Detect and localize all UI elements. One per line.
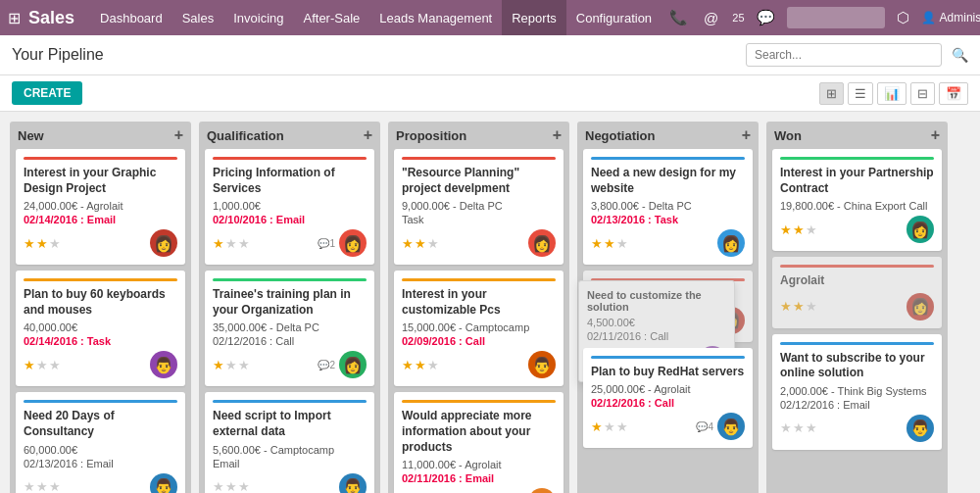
user-menu[interactable]: 👤 Administrator ▼ (921, 11, 980, 25)
chart-view-btn[interactable]: 📊 (877, 82, 906, 105)
star-icon[interactable]: ★ (238, 479, 250, 493)
star-icon[interactable]: ★ (225, 236, 237, 251)
star-icon[interactable]: ★ (225, 479, 237, 493)
star-icon[interactable]: ★ (806, 299, 817, 314)
card-amount: 11,000.00€ - Agrolait (402, 459, 556, 470)
star-icon[interactable]: ★ (213, 236, 224, 251)
kanban-card[interactable]: Plan to buy 60 keyboards and mouses40,00… (16, 271, 185, 386)
kanban-card[interactable]: Plan to buy RedHat servers25,000.00€ - A… (583, 348, 753, 449)
star-icon[interactable]: ★ (238, 236, 250, 251)
card-avatar: 👩 (339, 351, 367, 378)
nav-aftersale[interactable]: After-Sale (294, 0, 370, 35)
kanban-card[interactable]: Pricing Information of Services1,000.00€… (205, 149, 374, 265)
grid-view-btn[interactable]: ⊟ (910, 82, 935, 105)
star-icon[interactable]: ★ (780, 420, 792, 435)
col-add-btn-qualification[interactable]: + (364, 127, 372, 143)
search-input[interactable] (746, 43, 942, 67)
star-icon[interactable]: ★ (604, 419, 615, 434)
kanban-card[interactable]: Agrolait★★★👩 (772, 257, 942, 328)
star-icon[interactable]: ★ (591, 236, 603, 251)
phone-icon[interactable]: 📞 (665, 9, 692, 26)
star-icon[interactable]: ★ (36, 479, 48, 493)
star-icon[interactable]: ★ (24, 236, 35, 251)
card-date: 02/10/2016 : Email (213, 214, 367, 225)
at-icon[interactable]: @ (700, 10, 722, 26)
kanban-card[interactable]: "Resource Planning" project develpment9,… (394, 149, 564, 265)
nav-sales[interactable]: Sales (172, 0, 224, 35)
nav-configuration[interactable]: Configuration (566, 0, 662, 35)
kanban-card[interactable]: Interest in your customizable Pcs15,000.… (394, 271, 564, 386)
star-icon[interactable]: ★ (427, 236, 439, 251)
chat-icon[interactable]: 💬 (753, 9, 779, 26)
star-icon[interactable]: ★ (415, 358, 426, 372)
card-title: Need script to Import external data (213, 409, 367, 439)
col-add-btn-new[interactable]: + (174, 127, 183, 143)
nav-dashboard[interactable]: Dashboard (90, 0, 172, 35)
kanban-card[interactable]: Interest in your Partnership Contract19,… (772, 149, 942, 251)
star-icon[interactable]: ★ (806, 420, 817, 435)
kanban-card[interactable]: Trainee's training plan in your Organiza… (205, 271, 374, 386)
star-icon[interactable]: ★ (806, 222, 817, 237)
star-icon[interactable]: ★ (616, 419, 628, 434)
card-amount: 9,000.00€ - Delta PC (402, 200, 556, 212)
star-icon[interactable]: ★ (213, 479, 224, 493)
star-icon[interactable]: ★ (36, 236, 48, 251)
kanban-card[interactable]: Interest in your Graphic Design Project2… (16, 149, 185, 265)
star-icon[interactable]: ★ (36, 358, 48, 372)
calendar-view-btn[interactable]: 📅 (939, 82, 968, 105)
kanban-card[interactable]: Would appreciate more information about … (394, 392, 564, 493)
col-header-won: Won+ (766, 122, 948, 149)
card-color-bar (24, 278, 177, 281)
star-icon[interactable]: ★ (225, 358, 237, 372)
star-icon[interactable]: ★ (238, 358, 250, 372)
star-icon[interactable]: ★ (604, 236, 615, 251)
apps-icon[interactable]: ⊞ (8, 9, 21, 27)
star-icon[interactable]: ★ (591, 419, 603, 434)
col-add-btn-won[interactable]: + (931, 127, 940, 143)
nav-reports[interactable]: Reports (502, 0, 566, 35)
star-icon[interactable]: ★ (49, 236, 61, 251)
star-icon[interactable]: ★ (49, 358, 61, 372)
star-icon[interactable]: ★ (213, 358, 224, 372)
card-color-bar (213, 157, 367, 160)
card-stars: ★★★ (24, 236, 61, 251)
star-icon[interactable]: ★ (49, 479, 61, 493)
star-icon[interactable]: ★ (24, 358, 35, 372)
star-icon[interactable]: ★ (402, 236, 414, 251)
star-icon[interactable]: ★ (427, 358, 439, 372)
card-amount: 40,000.00€ (24, 321, 177, 333)
card-footer: ★★★👩 (780, 293, 934, 320)
star-icon[interactable]: ★ (24, 479, 35, 493)
kanban-card[interactable]: Need 20 Days of Consultancy60,000.00€02/… (16, 392, 185, 493)
col-title-new: New (18, 128, 44, 143)
star-icon[interactable]: ★ (415, 236, 426, 251)
list-view-btn[interactable]: ☰ (848, 82, 873, 105)
view-switcher: ⊞ ☰ 📊 ⊟ 📅 (819, 82, 968, 105)
nav-search[interactable] (787, 7, 885, 28)
signin-icon[interactable]: ⬡ (893, 9, 913, 26)
card-stars: ★★★ (591, 419, 628, 434)
star-icon[interactable]: ★ (780, 299, 792, 314)
nav-leads[interactable]: Leads Management (369, 0, 502, 35)
kanban-card[interactable]: Need script to Import external data5,600… (205, 392, 374, 493)
kanban-card[interactable]: Need a new design for my website3,800.00… (583, 149, 753, 265)
kanban-card[interactable]: Want to subscribe to your online solutio… (772, 334, 942, 450)
col-add-btn-negotiation[interactable]: + (742, 127, 751, 143)
star-icon[interactable]: ★ (402, 358, 414, 372)
nav-menu: Dashboard Sales Invoicing After-Sale Lea… (90, 0, 662, 35)
star-icon[interactable]: ★ (793, 299, 805, 314)
kanban-view-btn[interactable]: ⊞ (819, 82, 844, 105)
user-icon: 👤 (921, 11, 936, 25)
nav-invoicing[interactable]: Invoicing (223, 0, 293, 35)
card-date: Task (402, 214, 556, 225)
col-add-btn-proposition[interactable]: + (553, 127, 562, 143)
search-icon[interactable]: 🔍 (952, 47, 968, 63)
star-icon[interactable]: ★ (616, 236, 628, 251)
star-icon[interactable]: ★ (793, 222, 805, 237)
star-icon[interactable]: ★ (780, 222, 792, 237)
card-title: Plan to buy RedHat servers (591, 365, 745, 380)
col-negotiation: Negotiation+Need a new design for my web… (577, 122, 759, 493)
create-button[interactable]: CREATE (12, 81, 82, 105)
kanban-card[interactable]: Need to customize the solution 4,500.00€… (583, 271, 753, 342)
star-icon[interactable]: ★ (793, 420, 805, 435)
